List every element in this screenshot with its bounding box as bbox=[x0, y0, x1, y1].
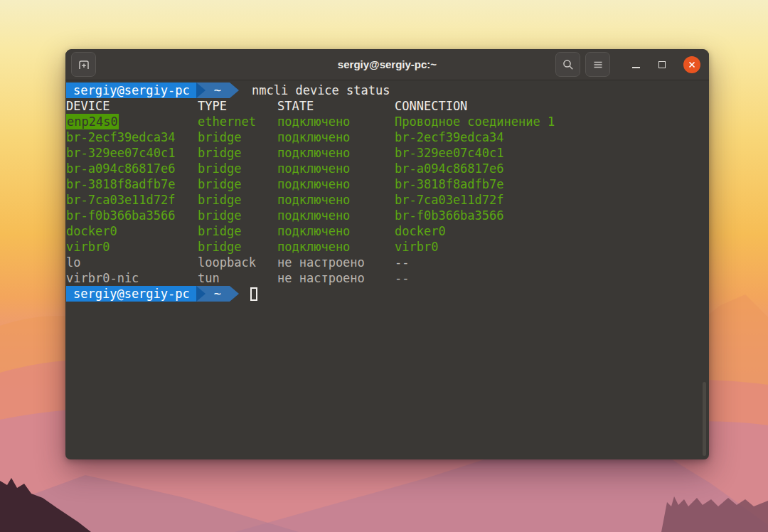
cell-state: подключено bbox=[277, 208, 395, 223]
cell-state: подключено bbox=[277, 239, 395, 255]
cell-device: br-f0b366ba3566 bbox=[66, 208, 198, 223]
prompt-separator-icon bbox=[196, 83, 206, 98]
cell-type: ethernet bbox=[198, 114, 277, 129]
prompt-directory: ~ bbox=[206, 83, 230, 98]
cell-connection: br-a094c86817e6 bbox=[395, 161, 709, 176]
new-tab-icon bbox=[78, 58, 90, 71]
cell-type: bridge bbox=[198, 223, 277, 239]
table-header-row: DEVICE TYPE STATE CONNECTION bbox=[66, 98, 709, 114]
scrollbar-thumb[interactable] bbox=[703, 382, 706, 456]
table-row: virbr0bridgeподключеноvirbr0 bbox=[66, 239, 709, 255]
prompt-directory: ~ bbox=[206, 286, 230, 302]
header-type: TYPE bbox=[198, 98, 277, 114]
command-text: nmcli device status bbox=[252, 83, 390, 97]
cell-state: не настроено bbox=[277, 270, 395, 286]
cell-type: bridge bbox=[198, 129, 277, 145]
cell-state: подключено bbox=[277, 176, 395, 192]
cell-state: не настроено bbox=[277, 255, 395, 270]
header-connection: CONNECTION bbox=[395, 98, 709, 114]
table-row: loloopbackне настроено-- bbox=[66, 255, 709, 270]
header-state: STATE bbox=[277, 98, 395, 114]
table-row: br-3818f8adfb7ebridgeподключеноbr-3818f8… bbox=[66, 176, 709, 192]
prompt-user-host: sergiy@sergiy-pc bbox=[66, 286, 196, 302]
terminal-window: sergiy@sergiy-pc:~ bbox=[65, 49, 709, 459]
maximize-icon bbox=[658, 61, 666, 68]
cell-connection: -- bbox=[395, 270, 709, 286]
cell-device: br-3818f8adfb7e bbox=[66, 176, 198, 192]
cell-type: tun bbox=[198, 270, 277, 286]
cell-device: docker0 bbox=[66, 223, 198, 239]
titlebar: sergiy@sergiy-pc:~ bbox=[65, 49, 709, 80]
cell-state: подключено bbox=[277, 161, 395, 176]
maximize-button[interactable] bbox=[651, 54, 673, 75]
table-row: br-329ee07c40c1bridgeподключеноbr-329ee0… bbox=[66, 145, 709, 161]
cell-device: lo bbox=[66, 255, 198, 270]
cell-state: подключено bbox=[277, 223, 395, 239]
highlighted-device: enp24s0 bbox=[66, 114, 119, 129]
titlebar-controls bbox=[555, 52, 709, 77]
cell-device: enp24s0 bbox=[66, 114, 198, 129]
prompt-line-command: sergiy@sergiy-pc ~ nmcli device status bbox=[66, 83, 709, 98]
prompt-line-cursor: sergiy@sergiy-pc ~ bbox=[66, 286, 709, 302]
cell-connection: br-329ee07c40c1 bbox=[395, 145, 709, 161]
cell-state: подключено bbox=[277, 145, 395, 161]
search-button[interactable] bbox=[555, 52, 580, 77]
search-icon bbox=[562, 58, 575, 71]
table-row: br-a094c86817e6bridgeподключеноbr-a094c8… bbox=[66, 161, 709, 176]
table-row: docker0bridgeподключеноdocker0 bbox=[66, 223, 709, 239]
cell-state: подключено bbox=[277, 192, 395, 208]
cell-device: br-a094c86817e6 bbox=[66, 161, 198, 176]
menu-button[interactable] bbox=[585, 52, 610, 77]
table-row: br-f0b366ba3566bridgeподключеноbr-f0b366… bbox=[66, 208, 709, 223]
cell-connection: br-3818f8adfb7e bbox=[395, 176, 709, 192]
cell-type: bridge bbox=[198, 176, 277, 192]
prompt-user-host: sergiy@sergiy-pc bbox=[66, 83, 196, 98]
cell-connection: br-f0b366ba3566 bbox=[395, 208, 709, 223]
cell-state: подключено bbox=[277, 114, 395, 129]
close-icon bbox=[688, 60, 696, 69]
cell-type: bridge bbox=[198, 145, 277, 161]
new-tab-button[interactable] bbox=[71, 52, 96, 77]
cell-connection: docker0 bbox=[395, 223, 709, 239]
header-device: DEVICE bbox=[66, 98, 198, 114]
prompt-separator-icon bbox=[196, 286, 206, 302]
cell-device: virbr0-nic bbox=[66, 270, 198, 286]
cell-device: br-329ee07c40c1 bbox=[66, 145, 198, 161]
cell-connection: -- bbox=[395, 255, 709, 270]
cell-type: bridge bbox=[198, 208, 277, 223]
cell-device: br-2ecf39edca34 bbox=[66, 129, 198, 145]
cell-connection: br-7ca03e11d72f bbox=[395, 192, 709, 208]
prompt-arrow-icon bbox=[230, 83, 239, 98]
table-row: br-2ecf39edca34bridgeподключеноbr-2ecf39… bbox=[66, 129, 709, 145]
minimize-button[interactable] bbox=[625, 54, 646, 75]
hamburger-menu-icon bbox=[592, 58, 604, 71]
terminal-content[interactable]: sergiy@sergiy-pc ~ nmcli device status D… bbox=[65, 80, 709, 459]
cell-connection: virbr0 bbox=[395, 239, 709, 255]
prompt-arrow-icon bbox=[230, 286, 239, 302]
cell-device: br-7ca03e11d72f bbox=[66, 192, 198, 208]
cell-connection: br-2ecf39edca34 bbox=[395, 129, 709, 145]
table-row: br-7ca03e11d72fbridgeподключеноbr-7ca03e… bbox=[66, 192, 709, 208]
cell-type: loopback bbox=[198, 255, 277, 270]
table-row: enp24s0ethernetподключеноПроводное соеди… bbox=[66, 114, 709, 129]
scrollbar[interactable] bbox=[701, 80, 708, 459]
cell-connection: Проводное соединение 1 bbox=[395, 114, 709, 129]
table-row: virbr0-nictunне настроено-- bbox=[66, 270, 709, 286]
cell-type: bridge bbox=[198, 192, 277, 208]
cell-type: bridge bbox=[198, 239, 277, 255]
cell-state: подключено bbox=[277, 129, 395, 145]
cell-device: virbr0 bbox=[66, 239, 198, 255]
terminal-cursor bbox=[250, 287, 257, 301]
minimize-icon bbox=[632, 67, 640, 68]
desktop-wallpaper: sergiy@sergiy-pc:~ bbox=[0, 0, 768, 532]
device-table-rows: enp24s0ethernetподключеноПроводное соеди… bbox=[66, 114, 709, 286]
cell-type: bridge bbox=[198, 161, 277, 176]
close-button[interactable] bbox=[683, 56, 700, 73]
